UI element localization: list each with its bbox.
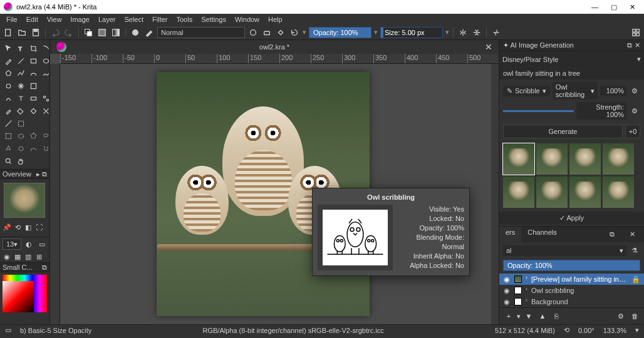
menu-window[interactable]: Window — [231, 15, 263, 24]
ai-result-thumb[interactable] — [569, 177, 601, 208]
open-doc-icon[interactable] — [16, 27, 28, 38]
edit-shapes-icon[interactable] — [28, 80, 39, 91]
minimize-button[interactable]: ― — [591, 3, 598, 11]
smart-fill-icon[interactable] — [28, 105, 39, 116]
brush-preset-icon[interactable] — [130, 27, 141, 38]
ai-prompt-input[interactable]: owl family sitting in a tree — [499, 67, 644, 79]
overview-pin-icon[interactable]: 📌 — [3, 223, 11, 232]
color-opt-3-icon[interactable]: ▥ — [24, 252, 33, 261]
move-tool-icon[interactable] — [3, 43, 14, 54]
overview-mir-icon[interactable]: ◧ — [24, 223, 33, 232]
visibility-icon[interactable]: ◉ — [503, 275, 511, 284]
layers-detach-icon[interactable]: ⧉ — [603, 228, 621, 240]
menu-layer[interactable]: Layer — [95, 15, 120, 24]
move-up-icon[interactable]: ▲ — [537, 310, 548, 322]
ai-result-thumb[interactable] — [603, 143, 634, 175]
polyline-tool-icon[interactable] — [15, 68, 26, 79]
ai-close-icon[interactable]: ✕ — [635, 41, 640, 49]
duplicate-layer-icon[interactable]: ⎘ — [551, 310, 562, 322]
workspace-icon[interactable] — [630, 27, 641, 38]
layer-item-preview[interactable]: ◉ ᵀ [Preview] owl family sitting in a tr… — [499, 274, 644, 285]
layer-blend-combo[interactable]: al▾ — [503, 245, 626, 256]
ai-strength-settings-icon[interactable]: ⚙ — [629, 105, 640, 116]
menu-edit[interactable]: Edit — [23, 15, 42, 24]
overview-full-icon[interactable]: ⛶ — [34, 223, 43, 232]
ai-strength-slider[interactable] — [503, 110, 574, 112]
maximize-button[interactable]: ▢ — [611, 3, 617, 11]
calligraphy-icon[interactable] — [3, 93, 14, 104]
menu-settings[interactable]: Settings — [197, 15, 230, 24]
size-slider[interactable]: Size: 5.00 px — [380, 27, 443, 38]
move-down-icon[interactable]: ▼ — [523, 310, 534, 322]
text-tool-icon[interactable] — [15, 93, 26, 104]
contiguous-select-icon[interactable] — [3, 143, 14, 154]
opt-icon-1[interactable]: ◐ — [24, 238, 34, 250]
overview-rot-icon[interactable]: ⟲ — [13, 223, 22, 232]
ai-result-thumb[interactable] — [536, 143, 568, 175]
poly-select-icon[interactable] — [28, 130, 39, 141]
color-select-icon[interactable] — [15, 143, 26, 154]
menu-image[interactable]: Image — [66, 15, 93, 24]
visibility-icon[interactable]: ◉ — [503, 298, 511, 306]
menu-select[interactable]: Select — [120, 15, 147, 24]
layer-item-background[interactable]: ◉ ᵀ Background — [499, 296, 644, 307]
apply-button[interactable]: ✓ Apply — [499, 212, 644, 225]
close-button[interactable]: ✕ — [630, 3, 635, 11]
reference-tool-icon[interactable] — [15, 118, 26, 129]
dynamic-brush-icon[interactable] — [3, 80, 14, 91]
ai-result-thumb[interactable] — [603, 177, 634, 208]
undo-icon[interactable] — [49, 27, 61, 38]
ai-panel-header[interactable]: ✦ AI Image Generation ⧉✕ — [499, 40, 644, 51]
ai-mode-badge[interactable]: ✎ Scribble ▾ — [503, 86, 550, 96]
tab-channels[interactable]: Channels — [521, 227, 563, 242]
generate-button[interactable]: Generate — [503, 125, 623, 138]
ai-mode-settings-icon[interactable]: ⚙ — [629, 85, 640, 96]
crop-tool-icon[interactable] — [28, 43, 39, 54]
measure-tool-icon[interactable] — [3, 118, 14, 129]
rect-tool-icon[interactable] — [28, 55, 39, 66]
document-tab[interactable]: owl2.kra * — [259, 43, 289, 51]
lock-icon[interactable]: 🔒 — [631, 275, 640, 284]
ai-detach-icon[interactable]: ⧉ — [627, 41, 632, 49]
small-color-header[interactable]: Small C...⧉ — [0, 262, 49, 272]
layer-settings-icon[interactable]: ⚙ — [615, 310, 626, 322]
layer-filter-icon[interactable]: ⚗ — [629, 245, 640, 256]
gradient-tool-icon[interactable] — [28, 93, 39, 104]
ai-strength-value[interactable]: Strength: 100% — [576, 102, 626, 120]
eraser-toggle-icon[interactable] — [261, 27, 273, 38]
opt-icon-2[interactable]: ▭ — [37, 238, 48, 250]
overview-panel-header[interactable]: Overview▸ ⧉ — [0, 169, 49, 179]
color-opt-4-icon[interactable]: ⊞ — [34, 252, 43, 261]
status-zoom[interactable]: 133.3% — [603, 327, 626, 334]
color-opt-2-icon[interactable]: ▦ — [13, 252, 22, 261]
mirror-v-icon[interactable] — [471, 27, 482, 38]
bezier-select-icon[interactable] — [28, 143, 39, 154]
gradient-icon[interactable] — [110, 27, 122, 38]
menu-filter[interactable]: Filter — [148, 15, 171, 24]
layers-close-icon[interactable]: ✕ — [623, 228, 641, 240]
brush-size-combo[interactable]: 13 ▾ — [3, 238, 21, 250]
brush-editor-icon[interactable] — [143, 27, 155, 38]
menu-file[interactable]: File — [3, 15, 21, 24]
new-doc-icon[interactable] — [3, 27, 14, 38]
opacity-slider[interactable]: Opacity: 100% — [309, 27, 371, 38]
alpha-lock-icon[interactable] — [275, 27, 286, 38]
ellipse-select-icon[interactable] — [15, 130, 26, 141]
transform-tool-icon[interactable]: T — [15, 43, 26, 54]
overview-thumbnail[interactable] — [4, 183, 45, 218]
menu-tools[interactable]: Tools — [173, 15, 197, 24]
blend-prev-icon[interactable] — [247, 27, 259, 38]
status-angle[interactable]: 0.00° — [578, 327, 595, 334]
tab-close-icon[interactable]: ✕ — [485, 42, 492, 52]
bezier-tool-icon[interactable] — [28, 68, 39, 79]
add-layer-icon[interactable]: + — [503, 310, 514, 322]
generate-plus-button[interactable]: +0 — [625, 125, 640, 138]
scrollbar-vertical[interactable] — [491, 64, 499, 324]
ai-result-thumb[interactable] — [569, 143, 601, 175]
ai-mode-pct[interactable]: 100% — [600, 86, 626, 96]
ai-mode-layer-combo[interactable]: Owl scribbling▾ — [553, 82, 598, 100]
menu-help[interactable]: Help — [264, 15, 286, 24]
layer-opacity-slider[interactable]: Opacity: 100% — [503, 260, 640, 271]
ai-result-thumb[interactable] — [536, 177, 568, 208]
pan-tool-icon[interactable] — [15, 155, 26, 166]
